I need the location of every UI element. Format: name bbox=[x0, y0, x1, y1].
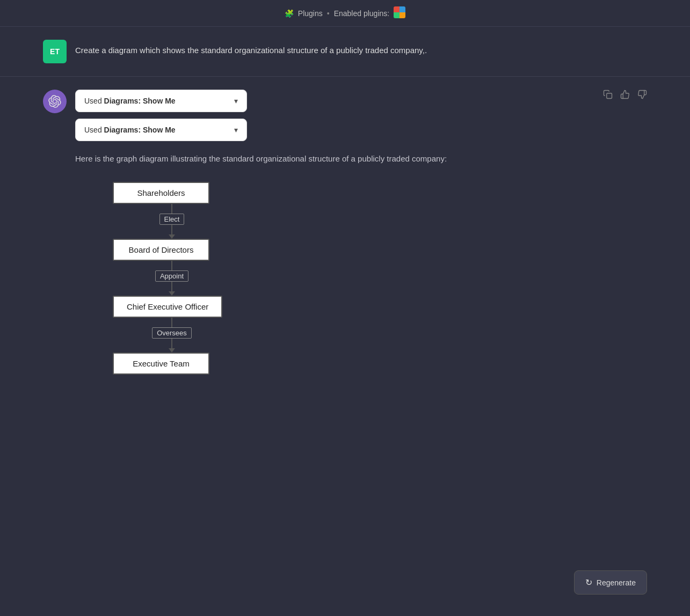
enabled-plugins-label: Enabled plugins: bbox=[334, 9, 390, 18]
edge-label-oversees: Oversees bbox=[152, 327, 192, 339]
regenerate-button[interactable]: ↻ Regenerate bbox=[574, 570, 647, 595]
chevron-down-icon-2: ▾ bbox=[234, 126, 238, 134]
thumbs-down-icon[interactable] bbox=[637, 90, 647, 102]
assistant-content: Used Diagrams: Show Me ▾ Used Diagrams: … bbox=[75, 90, 647, 375]
svg-rect-3 bbox=[400, 12, 405, 18]
top-bar: 🧩 Plugins • Enabled plugins: bbox=[0, 0, 690, 27]
svg-rect-1 bbox=[400, 6, 405, 12]
regenerate-label: Regenerate bbox=[597, 578, 636, 587]
copy-icon[interactable] bbox=[603, 90, 613, 102]
action-icons bbox=[603, 90, 647, 102]
assistant-avatar bbox=[43, 90, 67, 113]
thumbs-up-icon[interactable] bbox=[620, 90, 630, 102]
dot-separator: • bbox=[327, 9, 330, 18]
user-message-text: Create a diagram which shows the standar… bbox=[75, 40, 427, 57]
description-text: Here is the graph diagram illustrating t… bbox=[75, 152, 647, 166]
node-ceo: Chief Executive Officer bbox=[113, 296, 222, 318]
user-message-container: ET Create a diagram which shows the stan… bbox=[0, 27, 690, 77]
regenerate-icon: ↻ bbox=[585, 577, 592, 588]
svg-rect-4 bbox=[607, 93, 612, 99]
assistant-message-container: Used Diagrams: Show Me ▾ Used Diagrams: … bbox=[0, 77, 690, 387]
plugin-logo bbox=[394, 6, 405, 20]
svg-rect-0 bbox=[394, 6, 400, 12]
dropdown-2[interactable]: Used Diagrams: Show Me ▾ bbox=[75, 119, 247, 141]
node-board-of-directors: Board of Directors bbox=[113, 239, 209, 261]
node-executive-team: Executive Team bbox=[113, 353, 209, 375]
org-chart: Shareholders Elect Board of Directors Ap… bbox=[75, 182, 647, 375]
user-avatar: ET bbox=[43, 40, 67, 63]
chevron-down-icon-1: ▾ bbox=[234, 97, 238, 105]
plugins-label: Plugins bbox=[298, 9, 323, 18]
dropdown-2-label: Used Diagrams: Show Me bbox=[84, 126, 176, 134]
dropdown-1-label: Used Diagrams: Show Me bbox=[84, 97, 176, 105]
edge-label-elect: Elect bbox=[159, 214, 185, 225]
svg-rect-2 bbox=[394, 12, 400, 18]
dropdown-1[interactable]: Used Diagrams: Show Me ▾ bbox=[75, 90, 247, 112]
plugin-puzzle-icon: 🧩 bbox=[285, 9, 294, 18]
edge-label-appoint: Appoint bbox=[155, 270, 188, 282]
node-shareholders: Shareholders bbox=[113, 182, 209, 204]
